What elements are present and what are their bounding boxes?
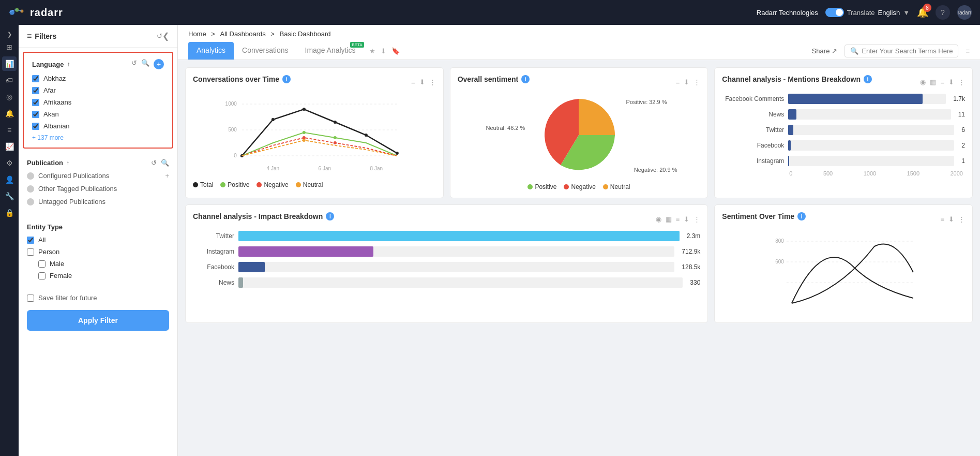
language-refresh-icon[interactable]: ↺: [131, 59, 137, 69]
impact-bar-chart: Twitter 2.3m Instagram 712.9k: [193, 231, 700, 288]
os-download-icon[interactable]: ⬇: [684, 78, 689, 86]
user-avatar[interactable]: radarr: [957, 5, 972, 20]
sidebar-title: Filters: [35, 32, 157, 40]
language-sort-icon[interactable]: ↑: [67, 61, 70, 68]
lang-abkhaz-checkbox[interactable]: [32, 75, 39, 82]
svg-text:4 Jan: 4 Jan: [267, 166, 279, 171]
os-more-icon[interactable]: ⋮: [693, 78, 700, 86]
bookmark-icon[interactable]: 🔖: [391, 47, 400, 55]
impact-instagram: Instagram 712.9k: [193, 246, 700, 257]
tab-conversations[interactable]: Conversations: [234, 42, 297, 60]
more-languages-link[interactable]: + 137 more: [32, 134, 164, 141]
breadcrumb-all-dashboards[interactable]: All Dashboards: [220, 30, 266, 38]
logo[interactable]: radarr: [8, 5, 63, 20]
ci-info-icon[interactable]: i: [326, 212, 334, 220]
ci-download-icon[interactable]: ⬇: [684, 215, 689, 223]
language-search-icon[interactable]: 🔍: [141, 59, 149, 69]
lang-albanian-checkbox[interactable]: [32, 123, 39, 130]
translate-toggle[interactable]: Translate English ▼: [825, 8, 910, 17]
bar-news-fill: [788, 109, 796, 120]
lang-afrikaans-label: Afrikaans: [43, 98, 71, 106]
ci-bar-icon[interactable]: ▦: [666, 215, 672, 223]
lang-afar: Afar: [32, 86, 164, 94]
entity-person-checkbox[interactable]: [27, 248, 34, 256]
search-input[interactable]: [862, 47, 953, 55]
breadcrumb-home[interactable]: Home: [188, 30, 206, 38]
ci-more-icon[interactable]: ⋮: [693, 215, 700, 223]
search-box[interactable]: 🔍: [845, 45, 958, 57]
bar-instagram-value: 1: [961, 157, 965, 165]
pub-sort-icon[interactable]: ↑: [66, 159, 69, 167]
nav-lock[interactable]: 🔒: [2, 205, 17, 220]
nav-chart[interactable]: 📊: [2, 56, 17, 71]
pub-configured: Configured Publications +: [27, 172, 169, 180]
lang-afar-checkbox[interactable]: [32, 87, 39, 94]
cm-pie-icon[interactable]: ◉: [920, 78, 926, 86]
language-add-button[interactable]: +: [154, 59, 164, 69]
os-info-icon[interactable]: i: [521, 75, 530, 83]
pie-chart: [537, 94, 620, 176]
ci-menu-icon[interactable]: ≡: [676, 215, 680, 223]
pub-configured-label: Configured Publications: [38, 172, 109, 180]
pie-area: Positive: 32.9 % Neutral: 46.2 % Negativ…: [458, 94, 701, 178]
lang-akan-checkbox[interactable]: [32, 111, 39, 118]
bar-twitter-fill: [788, 125, 793, 135]
pub-configured-add[interactable]: +: [165, 172, 169, 180]
sidebar-collapse-icon[interactable]: ❮: [162, 31, 169, 41]
os-menu-icon[interactable]: ≡: [676, 78, 680, 86]
bar-news-wrap: [788, 109, 951, 120]
sot-info-icon[interactable]: i: [797, 212, 806, 220]
ci-pie-icon[interactable]: ◉: [656, 215, 661, 223]
impact-news-wrap: [238, 277, 683, 288]
sot-more-icon[interactable]: ⋮: [958, 215, 965, 223]
sot-menu-icon[interactable]: ≡: [940, 215, 944, 223]
filter-icon[interactable]: ≡: [966, 47, 970, 55]
nav-settings2[interactable]: ⚙: [2, 156, 17, 170]
nav-tag[interactable]: 🏷: [2, 73, 17, 87]
nav-bar[interactable]: ≡: [2, 123, 17, 137]
impact-news-fill: [238, 277, 243, 288]
bar-fb-comments-label: Facebook Comments: [722, 95, 784, 102]
nav-grid[interactable]: ⊞: [2, 40, 17, 54]
lang-afrikaans-checkbox[interactable]: [32, 99, 39, 106]
entity-all-checkbox[interactable]: [27, 237, 34, 244]
pub-refresh-icon[interactable]: ↺: [151, 159, 157, 167]
nav-circle[interactable]: ◎: [2, 90, 17, 104]
cot-more-icon[interactable]: ⋮: [429, 78, 436, 86]
svg-text:6 Jan: 6 Jan: [319, 166, 331, 171]
nav-collapse[interactable]: ❯: [7, 31, 12, 38]
apply-filter-button[interactable]: Apply Filter: [27, 310, 169, 331]
nav-profile[interactable]: 👤: [2, 172, 17, 187]
cot-menu-icon[interactable]: ≡: [411, 78, 415, 86]
cot-download-icon[interactable]: ⬇: [419, 78, 425, 86]
company-name: Radarr Technologies: [757, 9, 818, 17]
cm-menu-icon[interactable]: ≡: [940, 78, 944, 86]
cm-info-icon[interactable]: i: [864, 75, 872, 83]
channel-mentions-card: Channel analysis - Mentions Breakdown i …: [714, 67, 973, 198]
entity-male-label: Male: [50, 260, 64, 268]
help-button[interactable]: ?: [936, 5, 950, 20]
pub-search-icon[interactable]: 🔍: [161, 159, 169, 167]
share-button[interactable]: Share ↗: [812, 47, 838, 55]
entity-female-checkbox[interactable]: [38, 272, 46, 280]
cot-info-icon[interactable]: i: [282, 75, 291, 83]
sot-download-icon[interactable]: ⬇: [948, 215, 954, 223]
tab-analytics[interactable]: Analytics: [188, 42, 234, 60]
notifications-button[interactable]: 🔔 8: [917, 7, 928, 18]
nav-alert[interactable]: 🔔: [2, 106, 17, 121]
nav-gear[interactable]: 🔧: [2, 189, 17, 203]
bar-news-label: News: [722, 111, 784, 118]
cm-bar-icon[interactable]: ▦: [930, 78, 936, 86]
star-icon[interactable]: ★: [369, 47, 375, 55]
nav-stats[interactable]: 📈: [2, 139, 17, 154]
tab-image-analytics[interactable]: BETA Image Analytics: [297, 42, 364, 60]
save-filter-checkbox[interactable]: [27, 295, 34, 302]
cm-download-icon[interactable]: ⬇: [948, 78, 954, 86]
refresh-icon[interactable]: ↺: [157, 32, 162, 40]
toggle-switch[interactable]: [825, 8, 844, 17]
ci-title: Channel analysis - Impact Breakdown: [193, 212, 323, 220]
download-icon[interactable]: ⬇: [381, 47, 386, 55]
entity-male-checkbox[interactable]: [38, 260, 46, 268]
bar-twitter-label: Twitter: [722, 126, 784, 134]
cm-more-icon[interactable]: ⋮: [958, 78, 965, 86]
